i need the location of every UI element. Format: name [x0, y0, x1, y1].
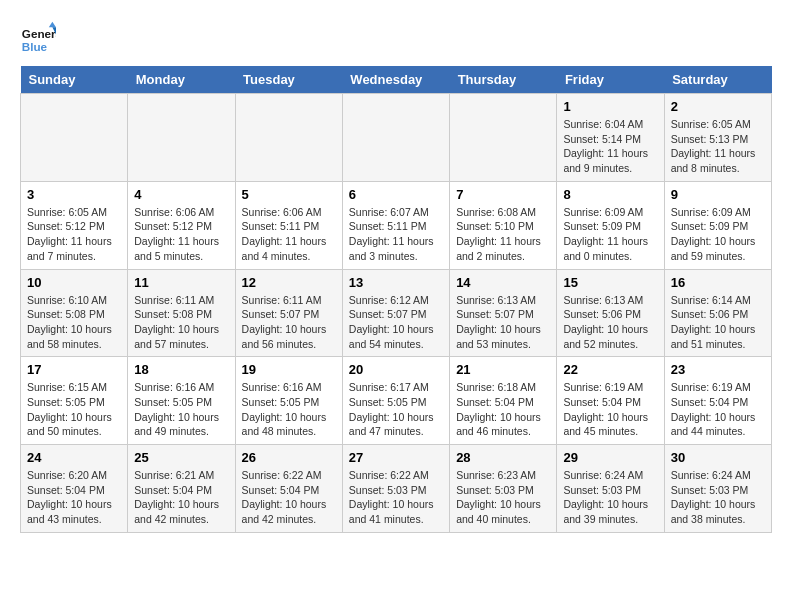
- logo: General Blue: [20, 20, 60, 56]
- svg-text:General: General: [22, 27, 56, 40]
- weekday-header: Thursday: [450, 66, 557, 94]
- weekday-header: Tuesday: [235, 66, 342, 94]
- svg-text:Blue: Blue: [22, 40, 48, 53]
- day-number: 5: [242, 187, 336, 202]
- day-info: Sunrise: 6:06 AM Sunset: 5:12 PM Dayligh…: [134, 205, 228, 264]
- day-info: Sunrise: 6:16 AM Sunset: 5:05 PM Dayligh…: [242, 380, 336, 439]
- day-number: 23: [671, 362, 765, 377]
- day-info: Sunrise: 6:19 AM Sunset: 5:04 PM Dayligh…: [563, 380, 657, 439]
- day-info: Sunrise: 6:16 AM Sunset: 5:05 PM Dayligh…: [134, 380, 228, 439]
- day-number: 3: [27, 187, 121, 202]
- calendar-day-cell: 13Sunrise: 6:12 AM Sunset: 5:07 PM Dayli…: [342, 269, 449, 357]
- calendar-day-cell: 10Sunrise: 6:10 AM Sunset: 5:08 PM Dayli…: [21, 269, 128, 357]
- day-number: 26: [242, 450, 336, 465]
- calendar-day-cell: 20Sunrise: 6:17 AM Sunset: 5:05 PM Dayli…: [342, 357, 449, 445]
- day-number: 24: [27, 450, 121, 465]
- calendar-day-cell: 6Sunrise: 6:07 AM Sunset: 5:11 PM Daylig…: [342, 181, 449, 269]
- calendar-week-row: 10Sunrise: 6:10 AM Sunset: 5:08 PM Dayli…: [21, 269, 772, 357]
- calendar-day-cell: 25Sunrise: 6:21 AM Sunset: 5:04 PM Dayli…: [128, 445, 235, 533]
- calendar-day-cell: 30Sunrise: 6:24 AM Sunset: 5:03 PM Dayli…: [664, 445, 771, 533]
- calendar-day-cell: 3Sunrise: 6:05 AM Sunset: 5:12 PM Daylig…: [21, 181, 128, 269]
- calendar-day-cell: 1Sunrise: 6:04 AM Sunset: 5:14 PM Daylig…: [557, 94, 664, 182]
- calendar-day-cell: 19Sunrise: 6:16 AM Sunset: 5:05 PM Dayli…: [235, 357, 342, 445]
- day-info: Sunrise: 6:08 AM Sunset: 5:10 PM Dayligh…: [456, 205, 550, 264]
- calendar-day-cell: 9Sunrise: 6:09 AM Sunset: 5:09 PM Daylig…: [664, 181, 771, 269]
- day-info: Sunrise: 6:10 AM Sunset: 5:08 PM Dayligh…: [27, 293, 121, 352]
- calendar-day-cell: 14Sunrise: 6:13 AM Sunset: 5:07 PM Dayli…: [450, 269, 557, 357]
- day-info: Sunrise: 6:22 AM Sunset: 5:03 PM Dayligh…: [349, 468, 443, 527]
- day-info: Sunrise: 6:21 AM Sunset: 5:04 PM Dayligh…: [134, 468, 228, 527]
- day-info: Sunrise: 6:05 AM Sunset: 5:12 PM Dayligh…: [27, 205, 121, 264]
- calendar-day-cell: [128, 94, 235, 182]
- day-number: 10: [27, 275, 121, 290]
- day-info: Sunrise: 6:11 AM Sunset: 5:07 PM Dayligh…: [242, 293, 336, 352]
- calendar-day-cell: 22Sunrise: 6:19 AM Sunset: 5:04 PM Dayli…: [557, 357, 664, 445]
- calendar-day-cell: 29Sunrise: 6:24 AM Sunset: 5:03 PM Dayli…: [557, 445, 664, 533]
- day-number: 27: [349, 450, 443, 465]
- weekday-header: Monday: [128, 66, 235, 94]
- day-number: 22: [563, 362, 657, 377]
- calendar-day-cell: 11Sunrise: 6:11 AM Sunset: 5:08 PM Dayli…: [128, 269, 235, 357]
- day-number: 4: [134, 187, 228, 202]
- calendar-day-cell: [450, 94, 557, 182]
- day-info: Sunrise: 6:22 AM Sunset: 5:04 PM Dayligh…: [242, 468, 336, 527]
- calendar-day-cell: 16Sunrise: 6:14 AM Sunset: 5:06 PM Dayli…: [664, 269, 771, 357]
- calendar-day-cell: 17Sunrise: 6:15 AM Sunset: 5:05 PM Dayli…: [21, 357, 128, 445]
- day-number: 17: [27, 362, 121, 377]
- day-number: 30: [671, 450, 765, 465]
- calendar-day-cell: 24Sunrise: 6:20 AM Sunset: 5:04 PM Dayli…: [21, 445, 128, 533]
- calendar-week-row: 3Sunrise: 6:05 AM Sunset: 5:12 PM Daylig…: [21, 181, 772, 269]
- weekday-header: Friday: [557, 66, 664, 94]
- calendar-day-cell: [21, 94, 128, 182]
- calendar-day-cell: [342, 94, 449, 182]
- calendar-day-cell: 2Sunrise: 6:05 AM Sunset: 5:13 PM Daylig…: [664, 94, 771, 182]
- day-number: 9: [671, 187, 765, 202]
- day-number: 6: [349, 187, 443, 202]
- day-number: 8: [563, 187, 657, 202]
- day-number: 11: [134, 275, 228, 290]
- calendar-day-cell: 12Sunrise: 6:11 AM Sunset: 5:07 PM Dayli…: [235, 269, 342, 357]
- day-info: Sunrise: 6:14 AM Sunset: 5:06 PM Dayligh…: [671, 293, 765, 352]
- calendar-day-cell: 18Sunrise: 6:16 AM Sunset: 5:05 PM Dayli…: [128, 357, 235, 445]
- calendar-day-cell: 7Sunrise: 6:08 AM Sunset: 5:10 PM Daylig…: [450, 181, 557, 269]
- day-info: Sunrise: 6:09 AM Sunset: 5:09 PM Dayligh…: [671, 205, 765, 264]
- day-info: Sunrise: 6:07 AM Sunset: 5:11 PM Dayligh…: [349, 205, 443, 264]
- calendar-day-cell: 28Sunrise: 6:23 AM Sunset: 5:03 PM Dayli…: [450, 445, 557, 533]
- day-info: Sunrise: 6:12 AM Sunset: 5:07 PM Dayligh…: [349, 293, 443, 352]
- day-info: Sunrise: 6:17 AM Sunset: 5:05 PM Dayligh…: [349, 380, 443, 439]
- calendar-day-cell: 8Sunrise: 6:09 AM Sunset: 5:09 PM Daylig…: [557, 181, 664, 269]
- day-info: Sunrise: 6:04 AM Sunset: 5:14 PM Dayligh…: [563, 117, 657, 176]
- day-info: Sunrise: 6:13 AM Sunset: 5:06 PM Dayligh…: [563, 293, 657, 352]
- day-number: 16: [671, 275, 765, 290]
- day-number: 2: [671, 99, 765, 114]
- day-number: 19: [242, 362, 336, 377]
- day-info: Sunrise: 6:24 AM Sunset: 5:03 PM Dayligh…: [563, 468, 657, 527]
- svg-marker-2: [49, 22, 56, 27]
- day-info: Sunrise: 6:15 AM Sunset: 5:05 PM Dayligh…: [27, 380, 121, 439]
- calendar-day-cell: 5Sunrise: 6:06 AM Sunset: 5:11 PM Daylig…: [235, 181, 342, 269]
- day-number: 7: [456, 187, 550, 202]
- day-info: Sunrise: 6:20 AM Sunset: 5:04 PM Dayligh…: [27, 468, 121, 527]
- day-number: 18: [134, 362, 228, 377]
- day-info: Sunrise: 6:09 AM Sunset: 5:09 PM Dayligh…: [563, 205, 657, 264]
- day-number: 21: [456, 362, 550, 377]
- calendar-day-cell: 4Sunrise: 6:06 AM Sunset: 5:12 PM Daylig…: [128, 181, 235, 269]
- day-info: Sunrise: 6:23 AM Sunset: 5:03 PM Dayligh…: [456, 468, 550, 527]
- calendar-day-cell: 27Sunrise: 6:22 AM Sunset: 5:03 PM Dayli…: [342, 445, 449, 533]
- header: General Blue: [20, 20, 772, 56]
- day-info: Sunrise: 6:18 AM Sunset: 5:04 PM Dayligh…: [456, 380, 550, 439]
- day-info: Sunrise: 6:06 AM Sunset: 5:11 PM Dayligh…: [242, 205, 336, 264]
- day-number: 15: [563, 275, 657, 290]
- weekday-header: Saturday: [664, 66, 771, 94]
- calendar-week-row: 24Sunrise: 6:20 AM Sunset: 5:04 PM Dayli…: [21, 445, 772, 533]
- day-info: Sunrise: 6:19 AM Sunset: 5:04 PM Dayligh…: [671, 380, 765, 439]
- logo-icon: General Blue: [20, 20, 56, 56]
- calendar-day-cell: 21Sunrise: 6:18 AM Sunset: 5:04 PM Dayli…: [450, 357, 557, 445]
- day-info: Sunrise: 6:24 AM Sunset: 5:03 PM Dayligh…: [671, 468, 765, 527]
- day-info: Sunrise: 6:11 AM Sunset: 5:08 PM Dayligh…: [134, 293, 228, 352]
- day-number: 13: [349, 275, 443, 290]
- day-number: 12: [242, 275, 336, 290]
- calendar-table: SundayMondayTuesdayWednesdayThursdayFrid…: [20, 66, 772, 533]
- day-number: 28: [456, 450, 550, 465]
- day-number: 1: [563, 99, 657, 114]
